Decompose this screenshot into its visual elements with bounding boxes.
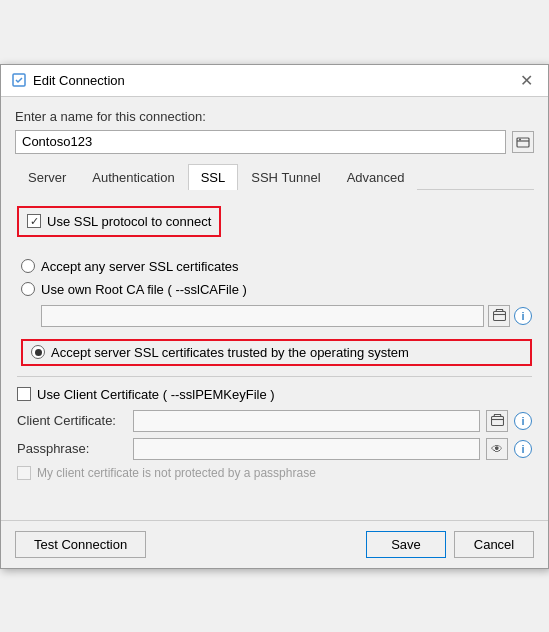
radio-own-ca-label: Use own Root CA file ( --sslCAFile ) [41, 282, 247, 297]
passphrase-info-button[interactable]: i [514, 440, 532, 458]
title-bar-left: Edit Connection [11, 72, 125, 88]
dialog-footer: Test Connection Save Cancel [1, 520, 548, 568]
client-cert-checkbox-label[interactable]: Use Client Certificate ( --sslPEMKeyFile… [17, 387, 532, 402]
connection-name-row [15, 130, 534, 154]
tab-server[interactable]: Server [15, 164, 79, 190]
connection-name-label: Enter a name for this connection: [15, 109, 534, 124]
test-connection-button[interactable]: Test Connection [15, 531, 146, 558]
passphrase-field-label: Passphrase: [17, 441, 127, 456]
ssl-tab-content: Use SSL protocol to connect Accept any s… [15, 202, 534, 490]
use-ssl-text: Use SSL protocol to connect [47, 214, 211, 229]
use-ssl-box: Use SSL protocol to connect [17, 206, 221, 237]
radio-any-cert-input[interactable] [21, 259, 35, 273]
radio-any-cert-label: Accept any server SSL certificates [41, 259, 239, 274]
trusted-os-box: Accept server SSL certificates trusted b… [21, 339, 532, 366]
client-cert-text: Use Client Certificate ( --sslPEMKeyFile… [37, 387, 275, 402]
eye-icon: 👁 [491, 442, 503, 456]
edit-connection-dialog: Edit Connection ✕ Enter a name for this … [0, 64, 549, 569]
passphrase-note-checkbox[interactable] [17, 466, 31, 480]
client-cert-row: Client Certificate: i [17, 410, 532, 432]
ca-file-browse-button[interactable] [488, 305, 510, 327]
passphrase-note-checkbox-label[interactable]: My client certificate is not protected b… [17, 466, 316, 480]
svg-point-2 [519, 138, 521, 140]
use-ssl-section: Use SSL protocol to connect [17, 206, 532, 247]
svg-rect-1 [517, 138, 529, 147]
save-button[interactable]: Save [366, 531, 446, 558]
radio-trusted-os-input[interactable] [31, 345, 45, 359]
connection-name-input[interactable] [15, 130, 506, 154]
use-ssl-label[interactable]: Use SSL protocol to connect [27, 214, 211, 229]
dialog-title: Edit Connection [33, 73, 125, 88]
tab-ssh-tunnel[interactable]: SSH Tunnel [238, 164, 333, 190]
title-bar: Edit Connection ✕ [1, 65, 548, 97]
ca-file-row: i [21, 305, 532, 327]
tab-ssl[interactable]: SSL [188, 164, 239, 190]
radio-own-ca-input[interactable] [21, 282, 35, 296]
passphrase-input[interactable] [133, 438, 480, 460]
client-cert-input[interactable] [133, 410, 480, 432]
ssl-radio-group: Accept any server SSL certificates Use o… [17, 259, 532, 366]
ca-file-info-button[interactable]: i [514, 307, 532, 325]
use-ssl-checkbox[interactable] [27, 214, 41, 228]
client-cert-info-button[interactable]: i [514, 412, 532, 430]
client-cert-checkbox[interactable] [17, 387, 31, 401]
svg-rect-3 [493, 312, 505, 321]
footer-right-buttons: Save Cancel [366, 531, 534, 558]
dialog-body: Enter a name for this connection: Server… [1, 97, 548, 500]
client-cert-field-label: Client Certificate: [17, 413, 127, 428]
radio-any-cert[interactable]: Accept any server SSL certificates [21, 259, 532, 274]
radio-trusted-os-label: Accept server SSL certificates trusted b… [51, 345, 409, 360]
separator [17, 376, 532, 377]
radio-own-ca[interactable]: Use own Root CA file ( --sslCAFile ) [21, 282, 532, 297]
browse-connection-icon-button[interactable] [512, 131, 534, 153]
tabs-bar: Server Authentication SSL SSH Tunnel Adv… [15, 164, 534, 190]
tab-advanced[interactable]: Advanced [334, 164, 418, 190]
passphrase-note-row: My client certificate is not protected b… [17, 466, 532, 480]
dialog-icon [11, 72, 27, 88]
radio-trusted-os[interactable]: Accept server SSL certificates trusted b… [31, 345, 409, 360]
tab-authentication[interactable]: Authentication [79, 164, 187, 190]
client-cert-browse-button[interactable] [486, 410, 508, 432]
cancel-button[interactable]: Cancel [454, 531, 534, 558]
passphrase-eye-button[interactable]: 👁 [486, 438, 508, 460]
passphrase-row: Passphrase: 👁 i [17, 438, 532, 460]
close-button[interactable]: ✕ [514, 68, 538, 92]
svg-rect-4 [491, 417, 503, 426]
passphrase-note-text: My client certificate is not protected b… [37, 466, 316, 480]
client-cert-section: Use Client Certificate ( --sslPEMKeyFile… [17, 387, 532, 480]
ca-file-input[interactable] [41, 305, 484, 327]
